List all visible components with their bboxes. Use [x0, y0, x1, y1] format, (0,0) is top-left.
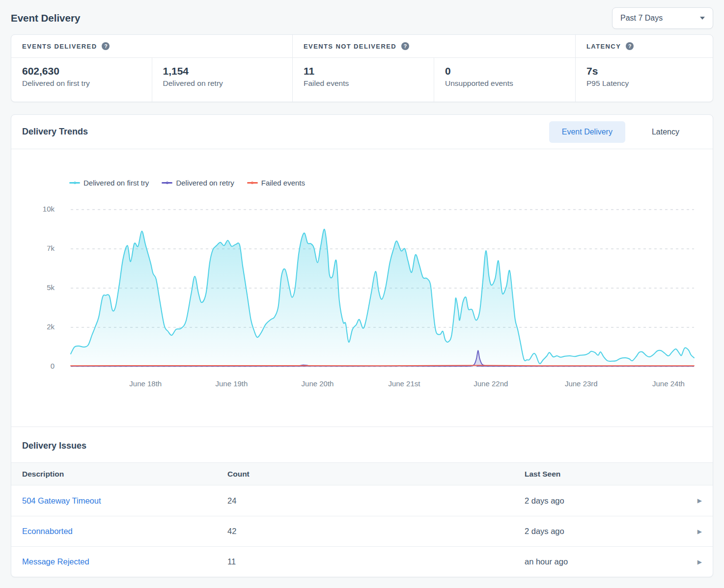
svg-text:10k: 10k	[43, 205, 55, 213]
table-row[interactable]: Econnaborted 42 2 days ago ▶	[11, 516, 713, 546]
help-icon[interactable]: ?	[401, 42, 409, 50]
svg-text:June 22nd: June 22nd	[473, 379, 508, 388]
stat-label: Failed events	[304, 79, 434, 88]
legend-label: Delivered on retry	[176, 179, 234, 187]
issue-link[interactable]: 504 Gateway Timeout	[22, 496, 227, 506]
chevron-right-icon[interactable]: ▶	[697, 528, 702, 535]
delivery-trends-chart: Delivered on first try Delivered on retr…	[11, 149, 713, 427]
issue-link[interactable]: Message Rejected	[22, 557, 227, 566]
issues-table-header: Description Count Last Seen	[11, 462, 713, 485]
stats-card: EVENTS DELIVERED ? 602,630 Delivered on …	[11, 34, 713, 102]
svg-text:June 24th: June 24th	[652, 379, 685, 388]
svg-text:0: 0	[51, 362, 55, 370]
page-header: Event Delivery Past 7 Days	[11, 0, 713, 34]
issue-count: 11	[227, 557, 525, 566]
svg-text:7k: 7k	[47, 244, 55, 252]
series-marker-icon	[247, 182, 258, 184]
trends-tabs: Event Delivery Latency	[549, 121, 692, 143]
stat-cell: 11 Failed events	[293, 58, 434, 102]
legend-item-failed[interactable]: Failed events	[247, 179, 305, 187]
help-icon[interactable]: ?	[102, 42, 110, 50]
stat-group-title: EVENTS NOT DELIVERED	[304, 43, 396, 50]
trends-title: Delivery Trends	[22, 127, 88, 137]
stat-cell: 7s P95 Latency	[576, 58, 713, 102]
stat-group-title: LATENCY	[586, 43, 621, 50]
issue-last-seen: an hour ago	[525, 557, 690, 566]
stat-cell: 1,154 Delivered on retry	[152, 58, 293, 102]
stat-value: 1,154	[163, 65, 293, 77]
stat-value: 0	[445, 65, 575, 77]
stat-label: Delivered on first try	[22, 79, 152, 88]
issue-count: 42	[227, 527, 525, 536]
table-row[interactable]: Message Rejected 11 an hour ago ▶	[11, 546, 713, 577]
stat-cell: 0 Unsupported events	[434, 58, 575, 102]
svg-text:June 19th: June 19th	[215, 379, 248, 388]
time-range-value: Past 7 Days	[620, 14, 663, 23]
tab-latency[interactable]: Latency	[639, 121, 692, 143]
trends-header: Delivery Trends Event Delivery Latency	[11, 115, 713, 149]
stat-value: 7s	[586, 65, 713, 77]
chevron-right-icon[interactable]: ▶	[697, 497, 702, 504]
chevron-down-icon	[700, 17, 705, 20]
issue-link[interactable]: Econnaborted	[22, 527, 227, 536]
stat-group-title: EVENTS DELIVERED	[22, 43, 97, 50]
issue-count: 24	[227, 496, 525, 506]
legend-label: Failed events	[261, 179, 305, 187]
column-header-count: Count	[227, 470, 525, 479]
stat-label: Delivered on retry	[163, 79, 293, 88]
column-header-description: Description	[22, 470, 227, 479]
legend-item-first-try[interactable]: Delivered on first try	[69, 179, 149, 187]
stat-label: Unsupported events	[445, 79, 575, 88]
series-marker-icon	[69, 182, 80, 184]
svg-text:June 23rd: June 23rd	[565, 379, 598, 388]
svg-text:5k: 5k	[47, 283, 55, 292]
svg-text:June 20th: June 20th	[302, 379, 334, 388]
stat-cell: 602,630 Delivered on first try	[11, 58, 152, 102]
table-row[interactable]: 504 Gateway Timeout 24 2 days ago ▶	[11, 485, 713, 516]
chevron-right-icon[interactable]: ▶	[697, 559, 702, 565]
tab-event-delivery[interactable]: Event Delivery	[549, 121, 625, 143]
svg-text:June 21st: June 21st	[388, 379, 420, 388]
legend-item-retry[interactable]: Delivered on retry	[162, 179, 234, 187]
stat-value: 602,630	[22, 65, 152, 77]
issue-last-seen: 2 days ago	[525, 496, 690, 506]
series-marker-icon	[162, 182, 172, 184]
stat-group-events-not-delivered: EVENTS NOT DELIVERED ? 11 Failed events …	[292, 35, 575, 102]
stat-group-latency: LATENCY ? 7s P95 Latency	[575, 35, 713, 102]
stat-group-events-delivered: EVENTS DELIVERED ? 602,630 Delivered on …	[11, 35, 292, 102]
legend-label: Delivered on first try	[84, 179, 149, 187]
help-icon[interactable]: ?	[626, 42, 634, 50]
time-range-select[interactable]: Past 7 Days	[612, 7, 713, 29]
delivery-trends-card: Delivery Trends Event Delivery Latency D…	[11, 114, 713, 577]
trend-chart-svg: 02k5k7k10kJune 18thJune 19thJune 20thJun…	[11, 198, 714, 397]
svg-text:June 18th: June 18th	[129, 379, 162, 388]
issues-title: Delivery Issues	[22, 441, 702, 451]
page-title: Event Delivery	[11, 12, 80, 24]
delivery-issues-section: Delivery Issues Description Count Last S…	[11, 427, 713, 577]
stat-label: P95 Latency	[586, 79, 713, 88]
column-header-last-seen: Last Seen	[525, 470, 690, 479]
chart-legend: Delivered on first try Delivered on retr…	[69, 177, 713, 188]
issue-last-seen: 2 days ago	[525, 527, 690, 536]
stat-value: 11	[304, 65, 434, 77]
event-delivery-page: Event Delivery Past 7 Days EVENTS DELIVE…	[0, 0, 724, 577]
svg-text:2k: 2k	[47, 322, 55, 331]
